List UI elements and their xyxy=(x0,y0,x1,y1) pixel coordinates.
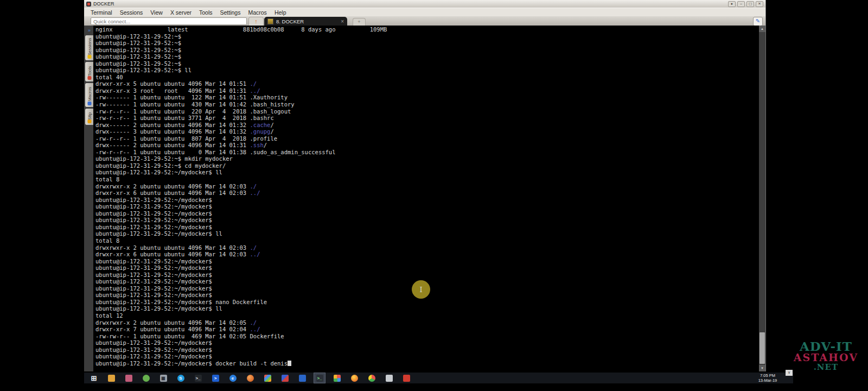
pin-button[interactable]: ● xyxy=(728,1,736,7)
terminal-line: drwxrwxr-x 2 ubuntu ubuntu 4096 Mar 14 0… xyxy=(95,319,387,326)
start-button[interactable]: ⊞ xyxy=(88,373,99,383)
skype-icon[interactable]: S xyxy=(175,373,186,383)
recorder-icon[interactable] xyxy=(401,373,412,383)
menu-item-terminal[interactable]: Terminal xyxy=(87,9,116,16)
terminal-line: ubuntu@ip-172-31-29-52:~$ xyxy=(95,40,387,47)
new-tab-button[interactable]: + xyxy=(353,18,366,26)
sidebar-tab-sftp[interactable]: Sftp xyxy=(85,109,93,125)
menu-item-view[interactable]: View xyxy=(146,9,167,16)
watermark: ADV-IT ASTAHOV .NET xyxy=(794,340,858,371)
terminal-line: drwxr-xr-x 7 ubuntu ubuntu 4096 Mar 14 0… xyxy=(95,326,387,333)
firefox-sphere-icon[interactable] xyxy=(245,373,256,383)
terminal-line: ubuntu@ip-172-31-29-52:~/mydocker$ ll xyxy=(95,305,387,312)
office-grid-icon[interactable] xyxy=(331,373,342,383)
menu-item-sessions[interactable]: Sessions xyxy=(116,9,147,16)
watermark-line3: .NET xyxy=(794,363,858,371)
scroll-down-icon[interactable]: ▼ xyxy=(759,365,765,371)
office-grid-glyph xyxy=(334,375,341,382)
powershell-glyph: > xyxy=(212,375,219,382)
chrome-glyph xyxy=(368,375,375,382)
terminal-line: drwxr-xr-x 6 ubuntu ubuntu 4096 Mar 14 0… xyxy=(95,251,387,258)
terminal-line: total 8 xyxy=(95,237,387,244)
left-sidebar: » SessionsToolsMacrosSftp xyxy=(84,26,93,371)
watermark-line1: ADV-IT xyxy=(794,340,858,352)
start-glyph: ⊞ xyxy=(91,375,98,382)
tab-docker[interactable]: 8. DOCKER × xyxy=(264,17,347,26)
terminal-line: ubuntu@ip-172-31-29-52:~/mydocker$ xyxy=(95,210,387,217)
terminal-line: ubuntu@ip-172-31-29-52:~/mydocker$ xyxy=(95,339,387,346)
internet-explorer-glyph: e xyxy=(229,375,237,382)
directory-name: ./ xyxy=(250,244,257,251)
directory-name: .ssh xyxy=(250,142,263,148)
terminal-output: nginx latest 881bd08c0b08 8 days ago 109… xyxy=(95,26,387,367)
sidebar-collapse-icon[interactable]: » xyxy=(85,27,93,35)
green-globe-app-glyph xyxy=(143,375,150,382)
firefox-sphere-glyph xyxy=(247,375,254,382)
visual-app-glyph xyxy=(282,375,289,382)
clock-date: 13-Mar-19 xyxy=(749,378,787,383)
menu-bar: TerminalSessionsViewX serverToolsSetting… xyxy=(84,8,765,16)
menu-item-macros[interactable]: Macros xyxy=(244,9,270,16)
document-app-icon[interactable] xyxy=(297,373,308,383)
taskbar-clock[interactable]: 7:05 PM 13-Mar-19 xyxy=(749,373,787,383)
maximize-button[interactable]: ▢ xyxy=(746,1,754,7)
menu-item-help[interactable]: Help xyxy=(271,9,290,16)
sidebar-tab-macros[interactable]: Macros xyxy=(85,83,93,107)
sidebar-tab-label: Sessions xyxy=(87,38,92,55)
cmd-icon[interactable]: >_ xyxy=(193,373,203,383)
terminal-line: ubuntu@ip-172-31-29-52:~/mydocker$ ll xyxy=(95,169,387,176)
terminal-scrollbar[interactable]: ▲ ▼ xyxy=(759,26,765,371)
title-bar: DOCKER ● – ▢ ✕ xyxy=(84,0,765,8)
powershell-icon[interactable]: > xyxy=(210,373,221,383)
mobaxterm-glyph: >_ xyxy=(316,375,323,382)
internet-explorer-icon[interactable]: e xyxy=(227,373,238,383)
window-controls: ● – ▢ ✕ xyxy=(728,1,763,7)
firefox-icon[interactable] xyxy=(349,373,360,383)
upload-arrow-button[interactable]: ↑ xyxy=(248,17,264,26)
menu-item-x-server[interactable]: X server xyxy=(167,9,195,16)
minimize-button[interactable]: – xyxy=(737,1,745,7)
folder-icon xyxy=(87,119,91,123)
terminal-line: drwxrwxr-x 2 ubuntu ubuntu 4096 Mar 14 0… xyxy=(95,183,387,190)
terminal-line: ubuntu@ip-172-31-29-52:~/mydocker$ xyxy=(95,353,387,360)
terminal-line: -rw------- 1 ubuntu ubuntu 122 Mar 14 01… xyxy=(95,94,387,101)
scroll-up-icon[interactable]: ▲ xyxy=(759,26,765,32)
sidebar-tab-sessions[interactable]: Sessions xyxy=(85,35,93,60)
calculator-icon[interactable]: ▦ xyxy=(158,373,169,383)
app-icon xyxy=(86,2,91,7)
close-button[interactable]: ✕ xyxy=(756,1,763,7)
tab-label: 8. DOCKER xyxy=(276,18,304,24)
tab-terminal-icon xyxy=(267,18,273,24)
terminal-area[interactable]: nginx latest 881bd08c0b08 8 days ago 109… xyxy=(93,26,765,371)
quick-connect-input[interactable] xyxy=(91,17,247,25)
directory-name: ../ xyxy=(250,87,260,94)
terminal-line: drwx------ 3 ubuntu ubuntu 4096 Mar 14 0… xyxy=(95,128,387,135)
file-explorer-icon[interactable] xyxy=(106,373,117,383)
terminal-line: ubuntu@ip-172-31-29-52:~/mydocker$ xyxy=(95,292,387,299)
scrollbar-thumb[interactable] xyxy=(760,332,765,364)
tab-close-icon[interactable]: × xyxy=(341,19,344,24)
watermark-line2: ASTAHOV xyxy=(794,352,858,363)
directory-name: ./ xyxy=(250,80,257,87)
sidebar-tab-tools[interactable]: Tools xyxy=(85,62,93,81)
notepad-icon[interactable] xyxy=(384,373,394,383)
photo-viewer-icon[interactable] xyxy=(123,373,134,383)
green-globe-app-icon[interactable] xyxy=(141,373,151,383)
visual-app-icon[interactable] xyxy=(279,373,290,383)
directory-name: ../ xyxy=(250,251,260,257)
menu-item-settings[interactable]: Settings xyxy=(216,9,244,16)
window-title: DOCKER xyxy=(93,1,114,7)
terminal-line: total 40 xyxy=(95,74,387,81)
chrome-icon[interactable] xyxy=(366,373,377,383)
terminal-line: ubuntu@ip-172-31-29-52:~/mydocker$ ll xyxy=(95,230,387,237)
menu-item-tools[interactable]: Tools xyxy=(195,9,216,16)
mobaxterm-icon[interactable]: >_ xyxy=(314,373,325,383)
terminal-line: ubuntu@ip-172-31-29-52:~/mydocker$ xyxy=(95,272,387,279)
edit-pencil-icon[interactable]: ✎ xyxy=(753,17,763,26)
photos-app-icon[interactable] xyxy=(262,373,273,383)
windows-taskbar: ⊞▦S>_>e>_∨ 7:05 PM 13-Mar-19 xyxy=(84,373,793,383)
tools-icon xyxy=(87,76,91,80)
clock-time: 7:05 PM xyxy=(749,373,787,378)
sidebar-tab-label: Sftp xyxy=(87,112,92,120)
terminal-line: drwxr-xr-x 5 ubuntu ubuntu 4096 Mar 14 0… xyxy=(95,80,387,87)
